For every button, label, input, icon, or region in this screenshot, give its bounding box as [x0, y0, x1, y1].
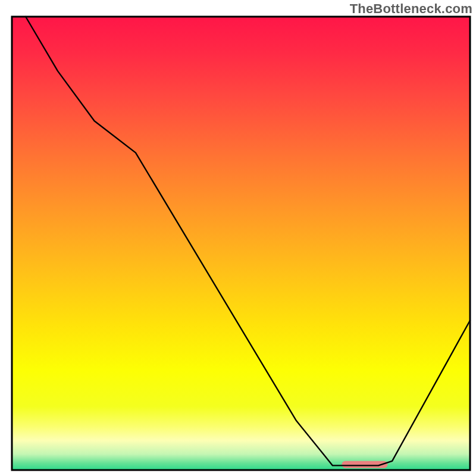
bottleneck-chart	[0, 0, 476, 476]
chart-container: TheBottleneck.com	[0, 0, 476, 476]
gradient-background	[12, 17, 470, 470]
watermark-text: TheBottleneck.com	[350, 1, 472, 17]
